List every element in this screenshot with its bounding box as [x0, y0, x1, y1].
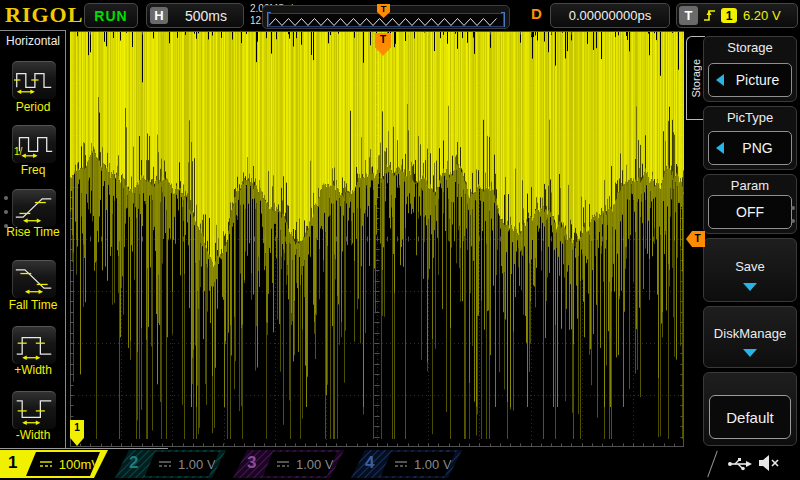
fall-time-button[interactable] [11, 259, 57, 299]
channel1-scale-box: 100mV [26, 452, 100, 476]
delay-label: D [531, 5, 542, 22]
channel4-number: 4 [365, 453, 374, 473]
left-arrow-icon [716, 142, 724, 154]
channel2-number: 2 [129, 453, 138, 473]
storage-item-label: Storage [704, 40, 796, 55]
left-menu-title: Horizontal [0, 34, 66, 48]
trigger-source-badge: 1 [721, 8, 737, 23]
channel3-number: 3 [247, 453, 256, 473]
trigger-status-box[interactable]: T 1 6.20 V [676, 3, 798, 28]
menu-page-dot [791, 219, 795, 223]
horizontal-label: H [150, 7, 168, 24]
channel3-scale-box: 1.00 V [263, 452, 337, 476]
dc-coupling-icon [276, 459, 290, 469]
dc-coupling-icon [394, 459, 408, 469]
usb-icon [727, 456, 753, 472]
minus-width-button[interactable] [11, 390, 57, 430]
overview-wave-icon [269, 16, 501, 28]
svg-text:1/: 1/ [14, 146, 23, 157]
freq-icon: 1/ [14, 129, 54, 159]
period-label: Period [0, 100, 66, 114]
down-arrow-icon [743, 283, 757, 291]
rise-time-button[interactable] [11, 188, 57, 228]
left-arrow-icon [716, 74, 724, 86]
channel1-tab[interactable]: 1 100mV [0, 450, 112, 478]
diskmanage-label: DiskManage [704, 326, 796, 341]
divider [0, 448, 168, 449]
minus-width-icon [14, 395, 54, 425]
storage-item-value: Picture [724, 72, 791, 88]
rise-time-icon [14, 193, 54, 223]
rise-time-label: Rise Time [0, 225, 66, 239]
divider [707, 451, 718, 478]
down-arrow-icon [743, 349, 757, 357]
channel4-scale: 1.00 V [414, 457, 452, 472]
trigger-level-value: 6.20 V [743, 4, 781, 27]
channel2-scale: 1.00 V [178, 457, 216, 472]
pictype-value: PNG [724, 140, 791, 156]
param-value: OFF [709, 204, 791, 220]
delay-value-box[interactable]: 0.00000000ps [550, 3, 670, 28]
menu-page-dot [4, 196, 8, 200]
save-button[interactable]: Save [703, 238, 797, 302]
channel4-scale-box: 1.00 V [381, 452, 455, 476]
storage-tab-label: Storage [690, 59, 702, 98]
dc-coupling-icon [158, 459, 172, 469]
trigger-label: T [679, 6, 698, 25]
minus-width-label: -Width [0, 428, 66, 442]
top-status-bar: RIGOL RUN H 500ms 2.00MSa/s 12.0M pts T … [0, 0, 800, 30]
horizontal-timebase-box[interactable]: H 500ms [146, 3, 244, 28]
period-icon [14, 65, 54, 95]
waveform-display[interactable] [70, 31, 684, 447]
oscilloscope-screen: { "brand": "RIGOL", "top_bar": { "run_st… [0, 0, 800, 480]
brand-logo: RIGOL [5, 2, 83, 28]
timebase-value: 500ms [173, 4, 239, 27]
param-item[interactable]: Param OFF [703, 174, 797, 234]
save-label: Save [704, 259, 796, 274]
plus-width-label: +Width [0, 363, 66, 377]
period-button[interactable] [11, 60, 57, 100]
horizontal-measure-menu: Horizontal Period 1/ Freq Rise Time [0, 30, 66, 448]
channel2-tab[interactable]: 2 1.00 V [113, 450, 230, 478]
trigger-slope-rising-icon [703, 7, 717, 24]
param-label: Param [704, 178, 796, 193]
pictype-label: PicType [704, 110, 796, 125]
speaker-muted-icon [757, 453, 781, 473]
plus-width-icon [14, 330, 54, 360]
menu-page-dot [4, 210, 8, 214]
run-status-badge[interactable]: RUN [84, 3, 138, 28]
channel1-scale: 100mV [59, 457, 100, 472]
default-button[interactable]: Default [709, 395, 791, 439]
dc-coupling-icon [39, 459, 53, 469]
channel-status-bar: 1 100mV 2 1.00 V 3 1.00 V [0, 448, 800, 480]
channel3-tab[interactable]: 3 1.00 V [231, 450, 348, 478]
menu-page-dot [791, 206, 795, 210]
plus-width-button[interactable] [11, 325, 57, 365]
channel1-number: 1 [8, 453, 17, 473]
freq-button[interactable]: 1/ [11, 124, 57, 164]
pictype-item[interactable]: PicType PNG [703, 106, 797, 170]
channel3-scale: 1.00 V [296, 457, 334, 472]
channel2-scale-box: 1.00 V [145, 452, 219, 476]
diskmanage-button[interactable]: DiskManage [703, 306, 797, 368]
storage-type-item[interactable]: Storage Picture [703, 36, 797, 102]
menu-page-dot [4, 224, 8, 228]
fall-time-label: Fall Time [0, 298, 66, 312]
freq-label: Freq [0, 163, 66, 177]
channel4-tab[interactable]: 4 1.00 V [349, 450, 466, 478]
default-item[interactable]: Default [703, 372, 797, 446]
fall-time-icon [14, 264, 54, 294]
